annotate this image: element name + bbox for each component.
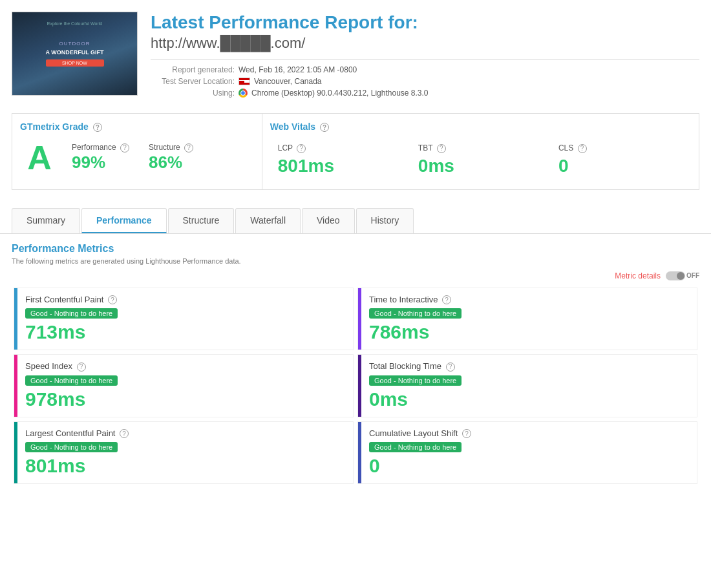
metric-help[interactable]: ? <box>120 429 129 438</box>
metric-card-0: First Contentful Paint ?Good - Nothing t… <box>14 288 354 351</box>
metric-inner: Speed Index ?Good - Nothing to do here97… <box>17 355 353 417</box>
thumb-explore-text: Explore the Colourful World <box>47 21 102 26</box>
tab-structure[interactable]: Structure <box>168 208 235 233</box>
metric-name: Cumulative Layout Shift ? <box>369 428 689 439</box>
metric-badge: Good - Nothing to do here <box>369 308 462 319</box>
toggle-track[interactable] <box>666 271 685 280</box>
vital-cls: CLS ? 0 <box>551 138 691 182</box>
metric-card-3: Total Blocking Time ?Good - Nothing to d… <box>357 354 697 417</box>
metric-value: 801ms <box>25 455 345 477</box>
metric-inner: Total Blocking Time ?Good - Nothing to d… <box>361 355 697 417</box>
metric-value: 0ms <box>369 388 689 410</box>
web-vitals-help[interactable]: ? <box>320 123 329 132</box>
grade-section: GTmetrix Grade ? A Performance ? 99% Str… <box>0 105 711 198</box>
performance-section: Performance Metrics The following metric… <box>0 234 711 496</box>
gtmetrix-grade-box: GTmetrix Grade ? A Performance ? 99% Str… <box>12 113 262 190</box>
web-vitals-box: Web Vitals ? LCP ? 801ms TBT ? 0ms CLS <box>262 113 699 190</box>
structure-label: Structure ? <box>149 143 193 152</box>
site-thumbnail: Explore the Colourful World OUTDOOR A WO… <box>12 12 138 96</box>
meta-server-location: Test Server Location: Vancouver, Canada <box>157 77 699 86</box>
server-location-label: Test Server Location: <box>157 77 235 86</box>
cls-help[interactable]: ? <box>578 144 587 153</box>
vital-lcp: LCP ? 801ms <box>270 138 410 182</box>
metric-name: Speed Index ? <box>25 361 345 372</box>
performance-value: 99% <box>72 152 129 173</box>
toggle-off-label: OFF <box>686 272 699 279</box>
metric-name: First Contentful Paint ? <box>25 295 345 305</box>
using-value: Chrome (Desktop) 90.0.4430.212, Lighthou… <box>251 89 429 98</box>
tab-video[interactable]: Video <box>302 208 355 233</box>
metric-badge: Good - Nothing to do here <box>25 308 118 319</box>
metric-details-row: Metric details OFF <box>12 271 699 280</box>
web-vitals-title: Web Vitals ? <box>270 121 691 132</box>
metric-badge: Good - Nothing to do here <box>25 442 118 452</box>
cls-label: CLS ? <box>558 143 683 153</box>
tab-history[interactable]: History <box>356 208 414 233</box>
metric-badge: Good - Nothing to do here <box>369 375 462 386</box>
metric-name: Total Blocking Time ? <box>369 361 689 372</box>
metric-inner: First Contentful Paint ?Good - Nothing t… <box>17 288 353 350</box>
metric-details-toggle[interactable]: OFF <box>666 271 699 280</box>
tbt-help[interactable]: ? <box>437 144 446 153</box>
tabs-bar: Summary Performance Structure Waterfall … <box>0 198 711 234</box>
meta-report-generated: Report generated: Wed, Feb 16, 2022 1:05… <box>157 65 699 74</box>
metric-value: 0 <box>369 455 689 477</box>
gtmetrix-grade-help[interactable]: ? <box>93 123 102 132</box>
metric-card-5: Cumulative Layout Shift ?Good - Nothing … <box>357 421 697 485</box>
report-url: http://www.█████.com/ <box>151 35 699 52</box>
tab-performance[interactable]: Performance <box>81 208 167 233</box>
metric-details-label: Metric details <box>615 271 661 280</box>
metric-inner: Largest Contentful Paint ?Good - Nothing… <box>17 422 353 484</box>
tab-waterfall[interactable]: Waterfall <box>235 208 301 233</box>
report-generated-value: Wed, Feb 16, 2022 1:05 AM -0800 <box>239 65 357 74</box>
metric-help[interactable]: ? <box>462 429 471 438</box>
grade-metrics: Performance ? 99% Structure ? 86% <box>72 143 193 173</box>
metric-help[interactable]: ? <box>108 295 117 304</box>
metric-name: Largest Contentful Paint ? <box>25 428 345 439</box>
structure-help[interactable]: ? <box>184 143 193 152</box>
gtmetrix-grade-title: GTmetrix Grade ? <box>20 121 254 132</box>
metric-inner: Cumulative Layout Shift ?Good - Nothing … <box>361 422 697 484</box>
thumb-tagline: A WONDERFUL GIFT <box>46 49 104 56</box>
metric-inner: Time to Interactive ?Good - Nothing to d… <box>361 288 697 350</box>
structure-metric: Structure ? 86% <box>149 143 193 173</box>
thumb-button: SHOP NOW <box>46 59 104 67</box>
header-info: Latest Performance Report for: http://ww… <box>151 12 699 98</box>
performance-metric: Performance ? 99% <box>72 143 129 173</box>
perf-subtitle: The following metrics are generated usin… <box>12 257 699 265</box>
metric-card-1: Time to Interactive ?Good - Nothing to d… <box>357 288 697 351</box>
metric-value: 713ms <box>25 321 345 343</box>
structure-value: 86% <box>149 152 193 173</box>
metric-card-4: Largest Contentful Paint ?Good - Nothing… <box>14 421 354 485</box>
metric-card-2: Speed Index ?Good - Nothing to do here97… <box>14 354 354 417</box>
metric-help[interactable]: ? <box>77 362 86 372</box>
metric-badge: Good - Nothing to do here <box>25 375 118 386</box>
metric-help[interactable]: ? <box>446 362 455 372</box>
metric-badge: Good - Nothing to do here <box>369 442 462 452</box>
meta-using: Using: Chrome (Desktop) 90.0.4430.212, L… <box>157 89 699 98</box>
metric-name: Time to Interactive ? <box>369 295 689 305</box>
cls-value: 0 <box>558 156 683 176</box>
metrics-grid: First Contentful Paint ?Good - Nothing t… <box>12 286 699 487</box>
toggle-knob <box>677 272 684 280</box>
using-label: Using: <box>157 89 235 98</box>
header-meta: Report generated: Wed, Feb 16, 2022 1:05… <box>151 65 699 98</box>
server-location-value: Vancouver, Canada <box>254 77 322 86</box>
tbt-value: 0ms <box>418 156 543 176</box>
canada-flag-icon <box>239 78 250 85</box>
thumb-logo: OUTDOOR <box>46 41 104 47</box>
grade-letter: A <box>20 138 59 177</box>
grade-content: A Performance ? 99% Structure ? 86% <box>20 138 254 177</box>
tab-summary[interactable]: Summary <box>12 208 80 233</box>
metric-value: 786ms <box>369 321 689 343</box>
vital-tbt: TBT ? 0ms <box>410 138 551 182</box>
lcp-help[interactable]: ? <box>297 144 306 153</box>
performance-label: Performance ? <box>72 143 129 152</box>
page-header: Explore the Colourful World OUTDOOR A WO… <box>0 0 711 105</box>
tbt-label: TBT ? <box>418 143 543 153</box>
metric-value: 978ms <box>25 388 345 410</box>
lcp-value: 801ms <box>278 156 403 176</box>
metric-help[interactable]: ? <box>442 295 451 304</box>
performance-help[interactable]: ? <box>120 143 129 152</box>
perf-title: Performance Metrics <box>12 243 699 255</box>
